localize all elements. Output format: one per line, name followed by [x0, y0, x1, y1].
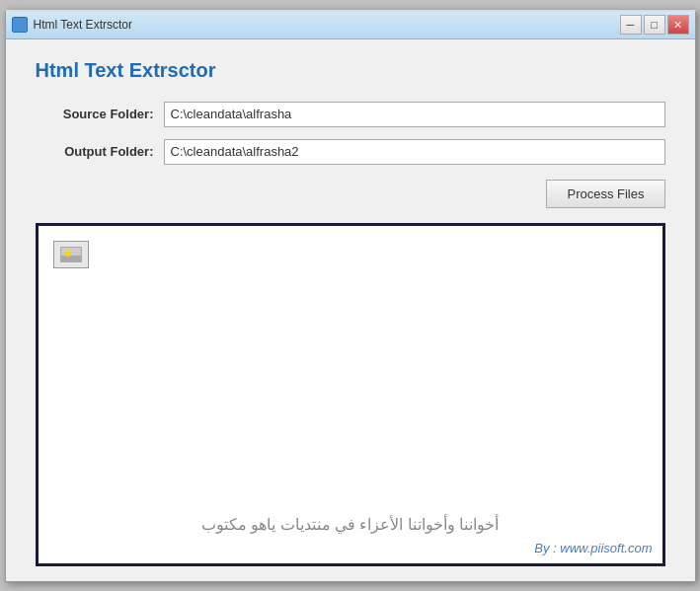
- app-icon: [12, 17, 28, 33]
- window-content: Html Text Extrsctor Source Folder: Outpu…: [6, 39, 695, 581]
- source-folder-row: Source Folder:: [36, 102, 665, 127]
- form-section: Source Folder: Output Folder:: [36, 102, 665, 165]
- title-controls: ─ □ ✕: [620, 15, 689, 35]
- source-folder-input[interactable]: [164, 102, 665, 127]
- arabic-text: أخواننا وأخواتنا الأعزاء في منتديات ياهو…: [39, 515, 662, 534]
- title-bar: Html Text Extrsctor ─ □ ✕: [6, 12, 695, 39]
- process-files-button[interactable]: Process Files: [546, 180, 664, 208]
- output-folder-label: Output Folder:: [36, 144, 154, 159]
- window-title: Html Text Extrsctor: [34, 18, 132, 32]
- source-folder-label: Source Folder:: [36, 107, 154, 121]
- image-icon: [60, 247, 82, 262]
- minimize-button[interactable]: ─: [620, 15, 642, 35]
- button-row: Process Files: [36, 180, 665, 208]
- preview-inner: أخواننا وأخواتنا الأعزاء في منتديات ياهو…: [39, 226, 662, 563]
- watermark: By : www.piisoft.com: [534, 541, 652, 555]
- maximize-button[interactable]: □: [644, 15, 665, 35]
- close-button[interactable]: ✕: [667, 15, 689, 35]
- title-bar-left: Html Text Extrsctor: [12, 17, 132, 33]
- main-window: Html Text Extrsctor ─ □ ✕ Html Text Extr…: [5, 10, 696, 582]
- image-placeholder: [53, 241, 89, 268]
- output-folder-row: Output Folder:: [36, 139, 665, 165]
- app-title: Html Text Extrsctor: [36, 59, 665, 82]
- output-folder-input[interactable]: [164, 139, 665, 165]
- preview-area: أخواننا وأخواتنا الأعزاء في منتديات ياهو…: [36, 223, 665, 566]
